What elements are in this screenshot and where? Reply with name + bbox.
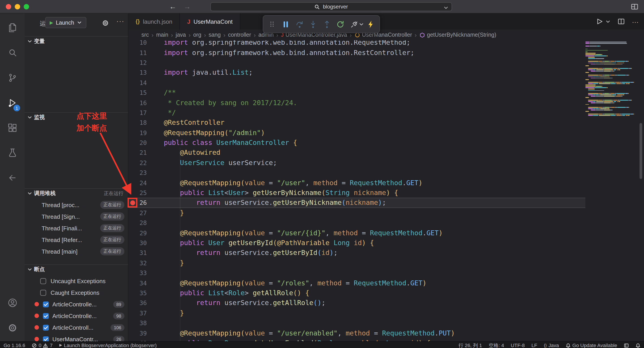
- line-number[interactable]: 20: [136, 139, 147, 146]
- call-stack-section-header[interactable]: 调用堆栈 正在运行: [24, 188, 128, 198]
- activity-item-testing[interactable]: [0, 140, 24, 165]
- breadcrumb-item[interactable]: controller: [228, 32, 251, 38]
- code-editor[interactable]: 10import org.springframework.web.bind.an…: [128, 40, 644, 341]
- line-number[interactable]: 11: [136, 49, 147, 56]
- code-line-24[interactable]: 24 @RequestMapping(value = "/user", meth…: [128, 178, 585, 188]
- code-line-23[interactable]: 23: [128, 168, 585, 178]
- step-over-button[interactable]: [293, 18, 306, 30]
- disconnect-button[interactable]: [348, 18, 360, 30]
- line-number[interactable]: 39: [136, 330, 147, 337]
- line-number[interactable]: 10: [136, 40, 147, 46]
- activity-item-source-control[interactable]: [0, 65, 24, 90]
- code-line-17[interactable]: 17 */: [128, 108, 585, 118]
- split-editor-icon[interactable]: [617, 17, 625, 25]
- line-number[interactable]: 13: [136, 69, 147, 76]
- code-line-31[interactable]: 31 return userService.getUserById(id);: [128, 248, 585, 258]
- line-number[interactable]: 14: [136, 79, 147, 86]
- code-line-18[interactable]: 18@RestController: [128, 118, 585, 128]
- minimize-button[interactable]: [15, 4, 20, 9]
- line-number[interactable]: 26: [136, 199, 147, 206]
- scrollbar[interactable]: [640, 123, 642, 179]
- activity-item-explorer[interactable]: [0, 15, 24, 40]
- watch-section-header[interactable]: 监视: [24, 112, 128, 122]
- chevron-down-icon[interactable]: [444, 5, 448, 10]
- breadcrumb-item[interactable]: java: [176, 32, 186, 38]
- line-number[interactable]: 21: [136, 149, 147, 156]
- code-line-28[interactable]: 28: [128, 218, 585, 228]
- line-number[interactable]: 31: [136, 249, 147, 257]
- breakpoint-row[interactable]: ArticleControlle...89: [24, 298, 128, 310]
- activity-item-extensions[interactable]: [0, 115, 24, 140]
- thread-row[interactable]: Thread [Sign...正在运行: [24, 211, 128, 222]
- checkbox-icon[interactable]: [40, 289, 46, 296]
- more-actions-icon[interactable]: ···: [116, 17, 124, 24]
- breadcrumb-item[interactable]: getUserByNickname(String): [419, 32, 496, 38]
- line-number[interactable]: 22: [136, 159, 147, 166]
- code-line-11[interactable]: 11import org.springframework.web.bind.an…: [128, 48, 585, 58]
- line-number[interactable]: 29: [136, 229, 147, 236]
- status-debug-session[interactable]: ▶Launch BlogserverApplication (blogserve…: [59, 342, 157, 348]
- code-line-33[interactable]: 33: [128, 268, 585, 278]
- thread-row[interactable]: Thread [Finali...正在运行: [24, 222, 128, 234]
- line-number[interactable]: 19: [136, 129, 147, 136]
- line-number[interactable]: 27: [136, 209, 147, 217]
- more-actions-icon[interactable]: ···: [632, 18, 639, 25]
- thread-row[interactable]: Thread [main]正在运行: [24, 246, 128, 257]
- code-line-21[interactable]: 21 @Autowired: [128, 148, 585, 158]
- line-number[interactable]: 33: [136, 269, 147, 277]
- line-number[interactable]: 30: [136, 239, 147, 247]
- checkbox-icon[interactable]: [42, 313, 49, 319]
- line-number[interactable]: 12: [136, 59, 147, 66]
- activity-item-back-arrow[interactable]: [0, 165, 24, 191]
- line-number[interactable]: 36: [136, 300, 147, 307]
- code-line-27[interactable]: 27 }: [128, 208, 585, 218]
- code-line-19[interactable]: 19@RequestMapping("/admin"): [128, 128, 585, 138]
- launch-config-dropdown[interactable]: ▶ Launch: [45, 17, 86, 28]
- code-line-14[interactable]: 14: [128, 78, 585, 88]
- notifications-bell-icon[interactable]: [636, 343, 640, 348]
- step-into-button[interactable]: [307, 18, 319, 30]
- status-cursor-position[interactable]: 行 26, 列 1: [458, 342, 482, 348]
- code-line-38[interactable]: 38: [128, 318, 585, 328]
- exception-breakpoint-row[interactable]: Uncaught Exceptions: [24, 275, 128, 287]
- line-number[interactable]: 15: [136, 89, 147, 96]
- breakpoints-section-header[interactable]: 断点: [24, 264, 128, 274]
- code-line-15[interactable]: 15/**: [128, 88, 585, 98]
- line-number[interactable]: 28: [136, 219, 147, 226]
- code-line-36[interactable]: 36 return userService.getAllRole();: [128, 298, 585, 308]
- exception-breakpoint-row[interactable]: Caught Exceptions: [24, 287, 128, 298]
- status-go-version[interactable]: Go 1.16.6: [4, 342, 25, 348]
- line-number[interactable]: 35: [136, 289, 147, 297]
- run-icon[interactable]: [595, 17, 603, 25]
- breakpoint-gutter[interactable]: [128, 200, 136, 205]
- status-go-update[interactable]: Go Update Available: [566, 342, 617, 348]
- pause-button[interactable]: [280, 18, 292, 30]
- step-out-button[interactable]: [321, 18, 333, 30]
- chevron-down-icon[interactable]: [606, 19, 610, 24]
- activity-item-settings[interactable]: [0, 315, 24, 341]
- activity-item-search[interactable]: [0, 40, 24, 65]
- status-eol[interactable]: LF: [532, 342, 537, 348]
- code-line-12[interactable]: 12: [128, 58, 585, 68]
- close-button[interactable]: [6, 4, 11, 9]
- line-number[interactable]: 34: [136, 279, 147, 287]
- breadcrumb-item[interactable]: src: [142, 32, 149, 38]
- minimap[interactable]: [585, 42, 634, 341]
- line-number[interactable]: 18: [136, 119, 147, 126]
- code-line-37[interactable]: 37 }: [128, 308, 585, 318]
- zoom-button[interactable]: [24, 4, 29, 9]
- code-line-34[interactable]: 34 @RequestMapping(value = "/roles", met…: [128, 278, 585, 288]
- checkbox-icon[interactable]: [40, 278, 46, 284]
- breadcrumb-item[interactable]: main: [156, 32, 168, 38]
- forward-arrow-icon[interactable]: →: [184, 2, 191, 10]
- back-arrow-icon[interactable]: ←: [169, 2, 176, 10]
- thread-row[interactable]: Thread [proc...正在运行: [24, 199, 128, 211]
- line-number[interactable]: 23: [136, 169, 147, 176]
- code-line-32[interactable]: 32 }: [128, 258, 585, 268]
- breakpoint-dot-icon[interactable]: [130, 200, 135, 205]
- chevron-down-icon[interactable]: [359, 22, 364, 27]
- breakpoint-row[interactable]: ArticleControlle...98: [24, 310, 128, 322]
- code-line-35[interactable]: 35 public List<Role> getAllRole() {: [128, 288, 585, 298]
- gear-icon[interactable]: [102, 19, 109, 27]
- hot-code-replace-button[interactable]: [364, 18, 377, 30]
